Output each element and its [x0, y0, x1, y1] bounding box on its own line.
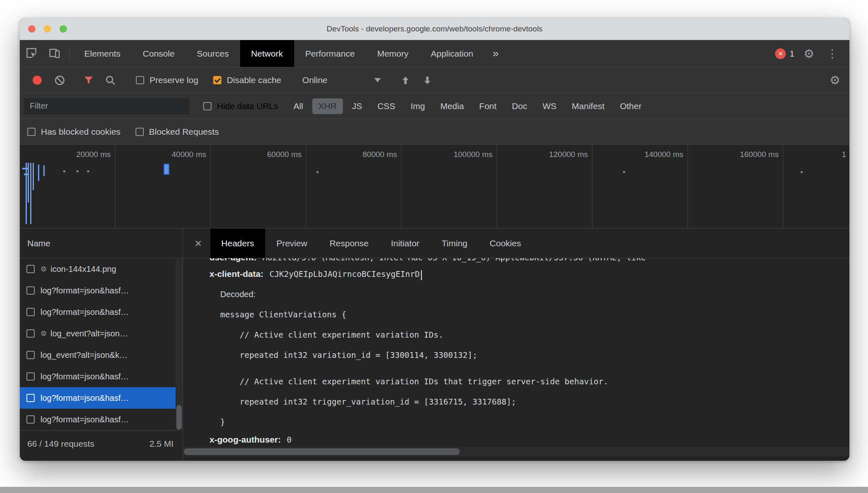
filter-chip-other[interactable]: Other — [614, 98, 648, 114]
details-tab-cookies[interactable]: Cookies — [478, 229, 532, 258]
has-blocked-cookies-checkbox[interactable]: Has blocked cookies — [27, 127, 121, 137]
tab-application[interactable]: Application — [420, 40, 485, 67]
request-row-selected[interactable]: log?format=json&hasf… — [20, 387, 183, 409]
request-checkbox[interactable] — [26, 329, 35, 338]
request-row[interactable]: log?format=json&hasf… — [20, 409, 183, 430]
window-title: DevTools - developers.google.com/web/too… — [327, 24, 543, 33]
network-settings-gear-icon[interactable]: ⚙ — [826, 73, 844, 87]
request-checkbox[interactable] — [26, 286, 35, 295]
throttling-select[interactable]: Online — [302, 75, 381, 85]
waterfall-request-marker — [164, 164, 169, 175]
device-toolbar-button[interactable] — [43, 40, 66, 67]
hide-data-urls-checkbox[interactable]: Hide data URLs — [203, 101, 278, 111]
preserve-log-checkbox[interactable]: Preserve log — [136, 75, 198, 85]
request-name: icon-144x144.png — [50, 264, 116, 274]
request-name: log?format=json&hasf… — [40, 286, 129, 295]
device-toolbar-icon — [48, 47, 61, 61]
request-row[interactable]: ⚙ log_event?alt=json… — [20, 323, 183, 344]
request-row[interactable]: log?format=json&hasf… — [20, 366, 183, 387]
request-row[interactable]: log_event?alt=json&k… — [20, 344, 183, 366]
settings-gear-icon[interactable]: ⚙ — [800, 47, 818, 61]
error-count: 1 — [790, 49, 794, 59]
timeline-tick: 140000 ms — [592, 145, 688, 228]
tab-sources[interactable]: Sources — [186, 40, 240, 67]
scrollbar-thumb[interactable] — [176, 405, 182, 430]
request-row[interactable]: ⚙ icon-144x144.png — [20, 258, 183, 280]
clear-requests-button[interactable] — [49, 75, 71, 86]
request-checkbox[interactable] — [26, 394, 35, 402]
request-row[interactable]: log?format=json&hasf… — [20, 301, 183, 323]
headers-content[interactable]: user-agent: Mozilla/5.0 (Macintosh; Inte… — [183, 258, 849, 461]
request-checkbox[interactable] — [26, 351, 35, 359]
filter-chip-manifest[interactable]: Manifest — [566, 98, 611, 114]
request-checkbox[interactable] — [26, 308, 35, 316]
error-icon: ✕ — [775, 48, 786, 59]
text-cursor — [421, 270, 422, 280]
filter-chip-ws[interactable]: WS — [536, 98, 563, 114]
request-name: log?format=json&hasf… — [40, 415, 129, 424]
tab-memory[interactable]: Memory — [366, 40, 420, 67]
filter-chip-doc[interactable]: Doc — [506, 98, 533, 114]
details-tab-response[interactable]: Response — [319, 229, 380, 258]
filter-chip-img[interactable]: Img — [404, 98, 431, 114]
window-titlebar[interactable]: DevTools - developers.google.com/web/too… — [20, 18, 849, 40]
filter-chip-css[interactable]: CSS — [371, 98, 401, 114]
tab-performance[interactable]: Performance — [294, 40, 366, 67]
zoom-window-button[interactable] — [59, 25, 67, 33]
filter-toggle-button[interactable] — [78, 75, 100, 86]
decoded-client-variations: Decoded: message ClientVariations { // A… — [220, 284, 849, 432]
tab-console[interactable]: Console — [132, 40, 186, 67]
request-name: log?format=json&hasf… — [40, 393, 129, 403]
filter-chip-all[interactable]: All — [287, 98, 309, 114]
tabbar-right-controls: ✕ 1 ⚙ ⋮ — [775, 40, 849, 67]
close-window-button[interactable] — [28, 25, 36, 33]
request-rows: ⚙ icon-144x144.png log?format=json&hasf…… — [20, 258, 183, 430]
checkbox-box — [136, 128, 144, 136]
request-checkbox[interactable] — [26, 372, 35, 381]
details-tab-initiator[interactable]: Initiator — [380, 229, 430, 258]
blocked-requests-checkbox[interactable]: Blocked Requests — [136, 127, 219, 137]
request-checkbox[interactable] — [26, 265, 35, 273]
filter-chip-font[interactable]: Font — [473, 98, 503, 114]
scrollbar-thumb[interactable] — [184, 448, 460, 455]
filter-chip-xhr[interactable]: XHR — [312, 98, 343, 114]
filter-input[interactable] — [24, 98, 189, 114]
hide-data-urls-label: Hide data URLs — [217, 101, 278, 111]
details-tab-timing[interactable]: Timing — [430, 229, 478, 258]
request-type-filters: All XHR JS CSS Img Media Font Doc WS Man… — [287, 98, 651, 114]
has-blocked-cookies-label: Has blocked cookies — [41, 127, 121, 137]
import-har-button[interactable] — [395, 75, 416, 86]
kebab-menu-icon[interactable]: ⋮ — [823, 47, 841, 60]
minimize-window-button[interactable] — [44, 25, 51, 33]
request-details-panel: × Headers Preview Response Initiator Tim… — [183, 229, 849, 461]
request-list-scrollbar[interactable] — [176, 259, 183, 431]
close-details-button[interactable]: × — [186, 229, 210, 258]
details-tab-headers[interactable]: Headers — [210, 229, 265, 258]
request-checkbox[interactable] — [26, 415, 35, 424]
header-value: Mozilla/5.0 (Macintosh; Intel Mac OS X 1… — [263, 258, 646, 262]
checkbox-box — [203, 102, 212, 110]
tab-network[interactable]: Network — [240, 40, 294, 67]
more-tabs-button[interactable]: » — [484, 40, 507, 67]
tab-elements[interactable]: Elements — [73, 40, 132, 67]
request-gear-icon: ⚙ — [40, 265, 47, 274]
filter-chip-media[interactable]: Media — [434, 98, 470, 114]
blocked-requests-label: Blocked Requests — [149, 127, 219, 137]
details-horizontal-scrollbar[interactable] — [183, 447, 849, 457]
inspect-element-button[interactable] — [20, 40, 43, 67]
export-har-button[interactable] — [416, 75, 438, 86]
network-overview-timeline[interactable]: 20000 ms 40000 ms 60000 ms 80000 ms 1000… — [20, 145, 849, 229]
filter-chip-js[interactable]: JS — [346, 98, 369, 114]
error-badge[interactable]: ✕ 1 — [775, 48, 794, 59]
name-column-header[interactable]: Name — [20, 229, 183, 258]
header-entry-x-goog-authuser: x-goog-authuser: 0 — [209, 435, 849, 445]
timeline-tick: 160000 ms — [688, 145, 783, 228]
request-row[interactable]: log?format=json&hasf… — [20, 280, 183, 301]
header-entry-user-agent: user-agent: Mozilla/5.0 (Macintosh; Inte… — [209, 258, 849, 262]
record-button[interactable] — [33, 76, 42, 85]
header-value: 0 — [287, 435, 292, 445]
disable-cache-checkbox[interactable]: Disable cache — [213, 75, 281, 85]
details-tab-preview[interactable]: Preview — [265, 229, 319, 258]
transferred-size: 2.5 MI — [150, 439, 174, 461]
search-button[interactable] — [100, 75, 121, 86]
